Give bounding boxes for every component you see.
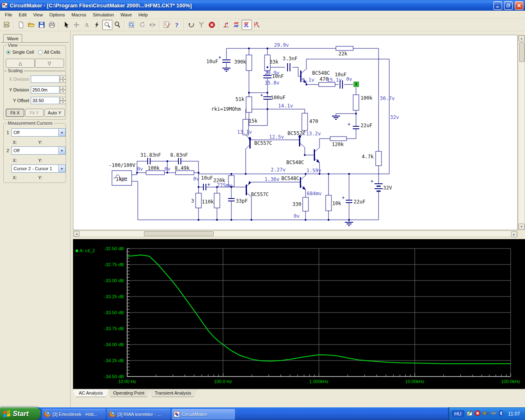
scroll-left-arrow[interactable]: ◄ <box>73 231 80 237</box>
taskbar-task[interactable]: [3] Értesítések - Hob... <box>42 409 105 420</box>
step-waveform-tool-button[interactable] <box>221 20 231 30</box>
menu-file[interactable]: File <box>2 11 16 18</box>
schematic-label: BC557C <box>288 130 305 136</box>
taskbar-task[interactable]: [3] RIAA korrektor - ... <box>107 409 170 420</box>
mirror-tool-button[interactable] <box>147 20 158 30</box>
trace-waveform-tool-button[interactable] <box>252 20 262 30</box>
cursor-diff-x-label: X: <box>13 175 17 180</box>
x-division-input[interactable] <box>31 75 59 83</box>
bluetooth-icon[interactable] <box>498 410 504 417</box>
scroll-down-arrow[interactable]: ▼ <box>518 224 525 230</box>
zoom-window-tool-button[interactable] <box>127 20 137 30</box>
waveform-tool-icon <box>233 21 240 28</box>
text-tool-button[interactable]: A <box>82 20 92 30</box>
vertical-scroll-thumb[interactable] <box>519 42 525 62</box>
trace-waveform-tool-icon <box>253 21 260 28</box>
print-button[interactable] <box>47 20 57 30</box>
menu-simulation[interactable]: Simulation <box>89 11 117 18</box>
menu-edit[interactable]: Edit <box>16 11 30 18</box>
part-browser-button[interactable] <box>2 20 12 30</box>
new-file-button[interactable] <box>16 20 26 30</box>
menu-view[interactable]: View <box>30 11 46 18</box>
dropdown-arrow-icon[interactable]: ▼ <box>58 147 65 154</box>
rotate-tool-button[interactable] <box>137 20 147 30</box>
toolbar-separator <box>14 21 14 30</box>
menu-help[interactable]: Help <box>135 11 151 18</box>
wire-tool-button[interactable] <box>71 20 82 30</box>
simulation-setup-button[interactable] <box>162 20 172 30</box>
step-waveform-tool-icon <box>223 21 230 28</box>
help-button[interactable]: ? <box>172 20 182 30</box>
axis-tick-label: -33.75 dB <box>104 326 124 331</box>
y-division-spinner[interactable]: ▲▼ <box>60 86 66 94</box>
digital-waveform-tool-button[interactable] <box>242 20 252 30</box>
start-button[interactable]: Start <box>0 407 41 420</box>
open-file-button[interactable] <box>26 20 37 30</box>
stop-tool-icon <box>208 21 215 28</box>
minimize-button[interactable] <box>493 1 502 10</box>
auto-y-button[interactable]: Auto Y <box>44 109 65 117</box>
magnify-tool-button[interactable] <box>112 20 123 30</box>
menu-macros[interactable]: Macros <box>68 11 89 18</box>
x-division-spinner[interactable]: ▲▼ <box>60 75 66 83</box>
print-icon <box>48 21 55 28</box>
horizontal-scroll-thumb[interactable] <box>144 231 214 236</box>
tab-operating-point[interactable]: Operating Point <box>107 389 151 397</box>
y-division-input[interactable] <box>31 86 59 94</box>
view-group: View Single Cell All Cells △ ▽ <box>3 45 66 71</box>
fit-x-button[interactable]: Fit X <box>6 109 24 117</box>
dropdown-arrow-icon[interactable]: ▼ <box>58 129 65 136</box>
schematic-vertical-scrollbar[interactable]: ▲ ▼ <box>518 35 525 230</box>
pen-tablet-icon[interactable] <box>467 410 473 417</box>
reset-tool-button[interactable] <box>186 20 196 30</box>
restore-button[interactable] <box>504 1 513 10</box>
delete-tool-button[interactable] <box>92 20 102 30</box>
scroll-up-arrow[interactable]: ▲ <box>518 35 525 41</box>
radio-single-cell[interactable] <box>6 50 11 55</box>
schematic-label: 2.27v <box>271 167 285 173</box>
cell-up-button[interactable]: △ <box>6 59 35 68</box>
menu-options[interactable]: Options <box>46 11 68 18</box>
stop-tool-button[interactable] <box>207 20 217 30</box>
selection-tool-button[interactable] <box>61 20 71 30</box>
cell-down-button[interactable]: ▽ <box>35 59 64 68</box>
schematic-label: 10uF <box>335 72 347 78</box>
tab-ac-analysis[interactable]: AC Analysis <box>73 389 109 397</box>
language-indicator[interactable]: HU <box>452 410 464 418</box>
save-file-button[interactable] <box>37 20 47 30</box>
schematic-label: 1kHz <box>116 176 128 182</box>
volume-icon[interactable] <box>482 410 488 417</box>
waveform-tool-button[interactable] <box>231 20 242 30</box>
svg-text:A: A <box>84 22 89 28</box>
magnify-tool-icon <box>114 21 121 28</box>
schematic-label: BC548C <box>286 160 304 165</box>
y-offset-spinner[interactable]: ▲▼ <box>60 97 66 104</box>
radio-all-cells[interactable] <box>38 50 43 55</box>
tray-icon-area <box>467 410 504 417</box>
cursor2-value: Off <box>14 148 19 153</box>
close-button[interactable] <box>515 1 523 10</box>
axis-tick-label: -32.50 dB <box>104 246 124 251</box>
y-offset-input[interactable] <box>31 97 59 104</box>
cursor1-select[interactable]: Off ▼ <box>11 128 66 137</box>
app-icon <box>2 2 8 9</box>
schematic-horizontal-scrollbar[interactable]: ◄ ► <box>73 231 518 237</box>
plot-legend: A: c4_2 <box>75 248 95 253</box>
schematic-view[interactable]: 29.9v22k10uF390k33k3.3nFBC548C29.9v10nF1… <box>73 35 518 230</box>
menu-wave[interactable]: Wave <box>117 11 135 18</box>
taskbar-task[interactable]: CircuitMaker <box>172 409 235 420</box>
cursor2-select[interactable]: Off ▼ <box>11 146 66 155</box>
audio-device-icon[interactable] <box>490 410 496 417</box>
cursor-diff-select[interactable]: Cursor 2 - Cursor 1 ▼ <box>11 164 66 173</box>
tab-wave[interactable]: Wave <box>3 34 22 43</box>
tab-transient-analysis[interactable]: Transient Analysis <box>148 389 197 397</box>
security-alert-icon[interactable] <box>475 410 481 417</box>
scroll-right-arrow[interactable]: ► <box>511 231 517 237</box>
window-title: CircuitMaker - [C:\Program Files\Circuit… <box>10 2 491 9</box>
probe-tool-button[interactable] <box>196 20 207 30</box>
waveform-plot-panel[interactable]: A: c4_2 -32.50 dB-32.75 dB-33.00 dB-33.2… <box>73 239 525 389</box>
dropdown-arrow-icon[interactable]: ▼ <box>58 165 65 172</box>
cursor2-x-label: X: <box>13 158 17 163</box>
fit-y-button[interactable]: Fit Y <box>25 109 43 117</box>
zoom-tool-button[interactable] <box>102 20 112 30</box>
